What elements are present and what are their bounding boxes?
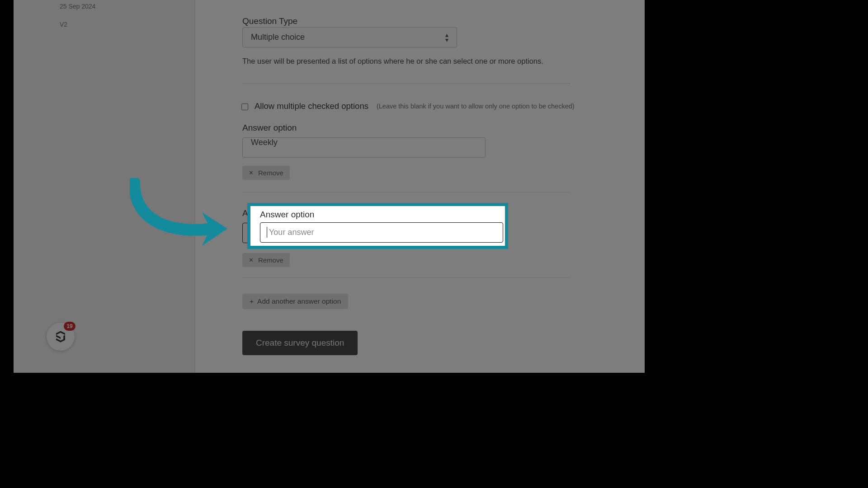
- remove-option-1-button[interactable]: ✕ Remove: [242, 166, 290, 180]
- plus-icon: +: [250, 297, 254, 305]
- divider: [242, 192, 571, 192]
- svg-marker-0: [56, 331, 65, 335]
- sidebar: 25 Sep 2024 V2: [14, 0, 195, 373]
- answer-option-1-value: Weekly: [251, 138, 278, 147]
- answer-option-label: Answer option: [242, 123, 486, 133]
- question-type-label: Question Type: [242, 16, 297, 26]
- app-viewport: 25 Sep 2024 V2 Question Type Multiple ch…: [14, 0, 645, 373]
- allow-multiple-label: Allow multiple checked options: [255, 101, 368, 111]
- create-survey-question-button[interactable]: Create survey question: [242, 331, 358, 355]
- add-option-label: Add another answer option: [257, 297, 341, 305]
- close-icon: ✕: [249, 169, 254, 176]
- sidebar-date: 25 Sep 2024: [60, 3, 195, 10]
- tutorial-highlight: Answer option Your answer: [247, 203, 508, 249]
- allow-multiple-hint: (Leave this blank if you want to allow o…: [377, 103, 575, 110]
- main-panel: Question Type Multiple choice ▴▾ The use…: [195, 0, 645, 373]
- notification-badge: 19: [64, 322, 75, 331]
- create-button-label: Create survey question: [256, 338, 344, 347]
- allow-multiple-checkbox[interactable]: [241, 103, 248, 110]
- question-type-helper: The user will be presented a list of opt…: [242, 57, 543, 66]
- chevron-updown-icon: ▴▾: [445, 33, 448, 42]
- answer-option-2-placeholder: Your answer: [269, 228, 314, 237]
- svg-marker-1: [56, 335, 61, 339]
- remove-label: Remove: [258, 256, 283, 264]
- remove-option-2-button[interactable]: ✕ Remove: [242, 253, 290, 267]
- text-cursor: [267, 227, 267, 238]
- divider: [242, 83, 571, 84]
- svg-marker-3: [56, 338, 61, 343]
- question-type-select[interactable]: Multiple choice ▴▾: [242, 27, 457, 47]
- answer-option-label: Answer option: [260, 210, 495, 220]
- remove-label: Remove: [258, 169, 283, 177]
- close-icon: ✕: [249, 257, 254, 263]
- svg-marker-2: [61, 335, 65, 342]
- sidebar-version: V2: [60, 21, 195, 28]
- answer-option-1: Answer option Weekly ✕ Remove: [242, 123, 486, 180]
- app-logo-icon: [54, 330, 67, 343]
- add-answer-option-button[interactable]: + Add another answer option: [242, 294, 348, 309]
- answer-option-2-input-highlighted[interactable]: Your answer: [260, 222, 503, 243]
- allow-multiple-row[interactable]: Allow multiple checked options (Leave th…: [241, 101, 575, 111]
- question-type-value: Multiple choice: [251, 33, 305, 42]
- divider: [242, 277, 571, 278]
- answer-option-1-input[interactable]: Weekly: [242, 137, 486, 158]
- help-widget-button[interactable]: 19: [47, 323, 75, 351]
